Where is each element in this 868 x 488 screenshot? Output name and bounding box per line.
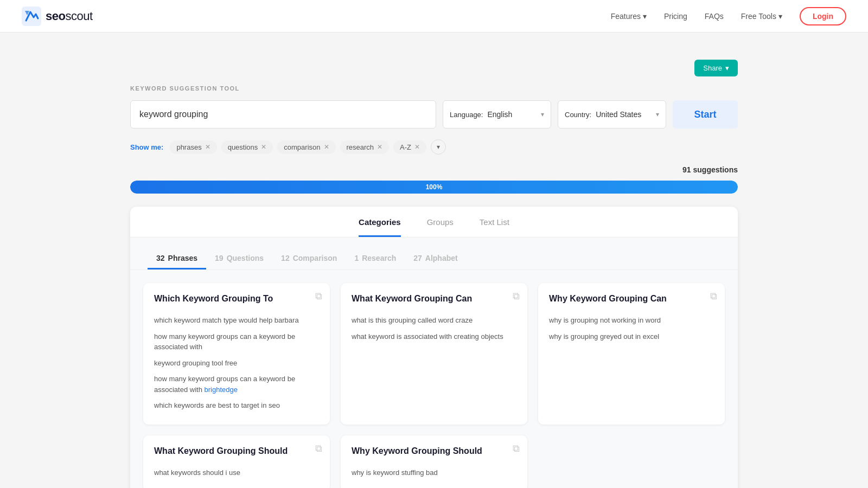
card-which-to: ⧉ Which Keyword Grouping To which keywor… [143, 283, 330, 425]
start-button[interactable]: Start [673, 100, 738, 129]
close-icon[interactable]: ✕ [261, 143, 266, 151]
list-item: which keywords are best to target in seo [154, 397, 319, 414]
close-icon[interactable]: ✕ [324, 143, 329, 151]
copy-icon[interactable]: ⧉ [710, 291, 717, 302]
search-row: Language: English ▾ Country: United Stat… [130, 100, 738, 129]
filter-tag-phrases[interactable]: phrases ✕ [170, 140, 216, 154]
country-select[interactable]: Country: United States ▾ [558, 100, 666, 129]
svg-rect-0 [22, 7, 41, 26]
logo-text: seoscout [46, 9, 93, 23]
filter-tag-questions[interactable]: questions ✕ [221, 140, 273, 154]
tab-text-list[interactable]: Text List [480, 217, 509, 237]
card-what-can: ⧉ What Keyword Grouping Can what is this… [341, 283, 527, 425]
nav-free-tools[interactable]: Free Tools ▾ [741, 12, 782, 21]
nav: Features ▾ Pricing FAQs Free Tools ▾ Log… [611, 7, 846, 25]
tab-categories[interactable]: Categories [359, 217, 401, 237]
card-items: what keywords should i use [154, 465, 319, 481]
language-label: Language: [450, 111, 483, 119]
card-title: Why Keyword Grouping Can [549, 294, 714, 304]
language-select[interactable]: Language: English ▾ [443, 100, 551, 129]
login-button[interactable]: Login [800, 7, 846, 25]
card-items: why is keyword stuffing bad [352, 465, 516, 481]
sub-tab-research[interactable]: 1 Research [346, 248, 405, 269]
chevron-down-icon: ▾ [656, 111, 659, 118]
progress-bar: 100% [130, 181, 738, 194]
nav-pricing[interactable]: Pricing [664, 12, 687, 21]
copy-icon[interactable]: ⧉ [513, 443, 520, 454]
header: seoscout Features ▾ Pricing FAQs Free To… [0, 0, 868, 33]
chevron-down-icon: ▾ [541, 111, 544, 118]
results-container: Categories Groups Text List 32 Phrases 1… [130, 207, 738, 488]
chevron-down-icon: ▾ [778, 12, 782, 21]
list-item: what keywords should i use [154, 465, 319, 481]
copy-icon[interactable]: ⧉ [513, 291, 520, 302]
search-input[interactable] [130, 100, 436, 129]
list-item: why is grouping not working in word [549, 312, 714, 329]
language-value: English [487, 110, 512, 119]
card-why-can: ⧉ Why Keyword Grouping Can why is groupi… [538, 283, 725, 425]
filter-tag-research[interactable]: research ✕ [340, 140, 390, 154]
sub-tab-alphabet[interactable]: 27 Alphabet [405, 248, 466, 269]
list-item: why is grouping greyed out in excel [549, 329, 714, 345]
list-item: what keyword is associated with creating… [352, 329, 516, 345]
list-item: how many keyword groups can a keyword be… [154, 329, 319, 355]
card-title: Why Keyword Grouping Should [352, 446, 516, 456]
card-items: which keyword match type would help barb… [154, 312, 319, 414]
share-button[interactable]: Share ▾ [694, 60, 738, 76]
nav-features[interactable]: Features ▾ [611, 12, 647, 21]
card-title: Which Keyword Grouping To [154, 294, 319, 304]
list-item: keyword grouping tool free [154, 355, 319, 371]
tab-groups[interactable]: Groups [427, 217, 454, 237]
card-title: What Keyword Grouping Can [352, 294, 516, 304]
card-why-should: ⧉ Why Keyword Grouping Should why is key… [341, 435, 527, 489]
logo-icon [22, 7, 41, 26]
tool-label: KEYWORD SUGGESTION TOOL [130, 85, 738, 92]
progress-text: 100% [426, 183, 443, 191]
filter-tag-az[interactable]: A-Z ✕ [393, 140, 426, 154]
card-what-should: ⧉ What Keyword Grouping Should what keyw… [143, 435, 330, 489]
cards-grid: ⧉ Which Keyword Grouping To which keywor… [130, 270, 738, 488]
close-icon[interactable]: ✕ [377, 143, 382, 151]
list-item: which keyword match type would help barb… [154, 312, 319, 329]
close-icon[interactable]: ✕ [205, 143, 210, 151]
list-item: what is this grouping called word craze [352, 312, 516, 329]
chevron-down-icon: ▾ [643, 12, 647, 21]
main-tabs: Categories Groups Text List [130, 207, 738, 237]
country-value: United States [596, 110, 641, 119]
country-label: Country: [565, 111, 591, 119]
suggestions-count: 91 suggestions [130, 165, 738, 174]
sub-tab-questions[interactable]: 19 Questions [206, 248, 272, 269]
close-icon[interactable]: ✕ [414, 143, 420, 151]
logo[interactable]: seoscout [22, 7, 93, 26]
sub-tabs: 32 Phrases 19 Questions 12 Comparison 1 … [130, 237, 738, 270]
list-item: why is keyword stuffing bad [352, 465, 516, 481]
filter-more-button[interactable]: ▾ [431, 139, 446, 155]
show-me-label: Show me: [130, 143, 163, 151]
card-title: What Keyword Grouping Should [154, 446, 319, 456]
filter-tag-comparison[interactable]: comparison ✕ [277, 140, 335, 154]
copy-icon[interactable]: ⧉ [315, 291, 322, 302]
card-items: what is this grouping called word craze … [352, 312, 516, 344]
nav-faqs[interactable]: FAQs [705, 12, 724, 21]
chevron-down-icon: ▾ [725, 64, 729, 72]
list-item: how many keyword groups can a keyword be… [154, 371, 319, 397]
sub-tab-phrases[interactable]: 32 Phrases [148, 248, 206, 269]
sub-tab-comparison[interactable]: 12 Comparison [272, 248, 346, 269]
copy-icon[interactable]: ⧉ [315, 443, 322, 454]
filter-row: Show me: phrases ✕ questions ✕ compariso… [130, 139, 738, 155]
card-items: why is grouping not working in word why … [549, 312, 714, 344]
